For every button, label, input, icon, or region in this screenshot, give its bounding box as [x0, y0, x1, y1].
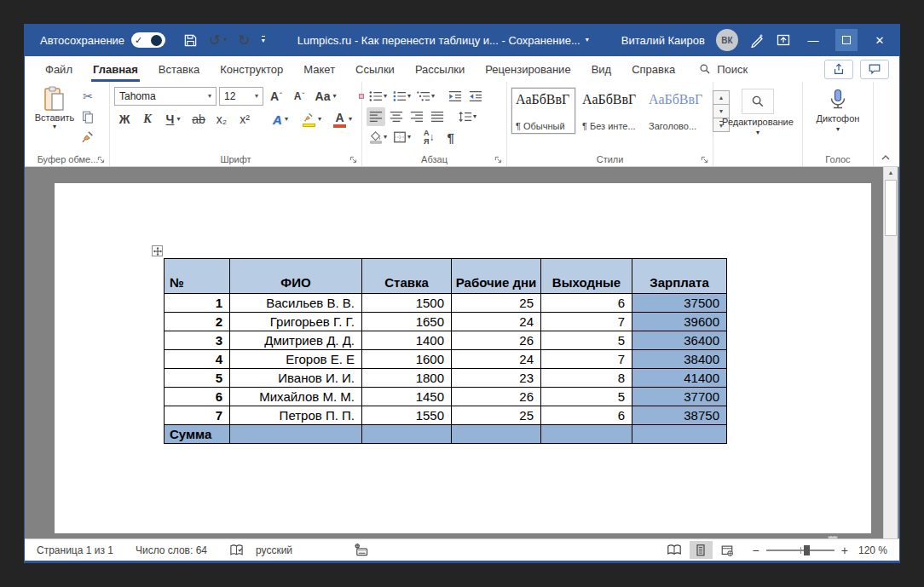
page-indicator[interactable]: Страница 1 из 1 — [37, 544, 113, 556]
table-cell[interactable]: Егоров Е. Е — [230, 350, 362, 369]
table-cell[interactable]: 7 — [541, 350, 632, 369]
grow-font-button[interactable]: Аˆ — [266, 87, 286, 106]
format-painter-button[interactable] — [78, 129, 97, 146]
table-header-cell[interactable]: Выходные — [541, 259, 632, 294]
tab-file[interactable]: Файл — [35, 56, 83, 82]
table-header-cell[interactable]: Ставка — [362, 259, 452, 294]
table-cell[interactable]: 23 — [452, 369, 541, 388]
justify-button[interactable] — [428, 107, 447, 126]
undo-button[interactable]: ↺ ▾ — [209, 33, 227, 48]
table-cell[interactable]: Петров П. П. — [230, 406, 362, 425]
table-cell[interactable]: Григорьев Г. Г. — [230, 313, 362, 331]
table-cell[interactable]: 3 — [165, 331, 230, 350]
table-move-handle[interactable] — [152, 245, 163, 256]
user-name[interactable]: Виталий Каиров — [621, 34, 705, 47]
dialog-launcher-icon[interactable] — [701, 156, 708, 164]
table-cell[interactable]: 37700 — [632, 388, 727, 406]
table-cell[interactable]: 1 — [165, 294, 230, 313]
table-cell[interactable]: 25 — [452, 294, 541, 313]
copy-button[interactable] — [78, 108, 97, 125]
table-cell[interactable] — [230, 425, 362, 444]
customize-toolbar-icon[interactable]: ▾ — [262, 36, 265, 44]
maximize-button[interactable] — [835, 29, 858, 51]
font-size-combo[interactable]: 12 ▾ — [219, 87, 263, 106]
bullets-button[interactable]: ▾ — [367, 87, 389, 106]
dialog-launcher-icon[interactable] — [494, 156, 502, 164]
borders-button[interactable]: ▾ — [390, 128, 413, 147]
tab-review[interactable]: Рецензирование — [475, 56, 580, 82]
document-page[interactable]: №ФИОСтавкаРабочие дниВыходныеЗарплата 1В… — [55, 183, 871, 533]
keyboard-settings-icon[interactable] — [354, 543, 368, 557]
tab-mailings[interactable]: Рассылки — [405, 56, 475, 82]
show-marks-button[interactable]: ¶ — [446, 128, 456, 147]
table-cell[interactable]: 4 — [165, 350, 230, 369]
table-cell[interactable]: 1650 — [362, 313, 452, 331]
align-left-button[interactable] — [367, 107, 385, 126]
font-color-button[interactable]: А ▾ — [329, 110, 356, 129]
autosave-toggle[interactable]: ✓ — [131, 32, 165, 48]
table-cell[interactable]: 25 — [452, 406, 541, 425]
table-header-cell[interactable]: Рабочие дни — [452, 259, 541, 294]
table-cell[interactable]: 1500 — [362, 294, 452, 313]
numbering-button[interactable]: ▾ — [390, 87, 413, 106]
table-cell[interactable]: 24 — [452, 313, 541, 331]
bold-button[interactable]: Ж — [114, 110, 135, 129]
tab-layout[interactable]: Макет — [293, 56, 345, 82]
table-cell[interactable] — [452, 425, 541, 444]
tab-help[interactable]: Справка — [621, 56, 685, 82]
tab-design[interactable]: Конструктор — [210, 56, 293, 82]
table-header-cell[interactable]: Зарплата — [632, 259, 727, 294]
web-layout-button[interactable] — [716, 541, 739, 559]
window-title[interactable]: Lumpics.ru - Как перенести таблицу и... … — [297, 34, 589, 47]
table-cell[interactable] — [541, 425, 632, 444]
minimize-button[interactable]: — — [802, 29, 824, 51]
save-icon[interactable] — [183, 33, 198, 48]
table-header-cell[interactable]: № — [165, 259, 230, 294]
text-effects-button[interactable]: А▾ — [266, 110, 295, 129]
table-cell[interactable] — [632, 425, 727, 444]
table-cell[interactable]: 1800 — [362, 369, 452, 388]
autosave-control[interactable]: Автосохранение ✓ — [40, 32, 165, 48]
table-cell[interactable]: 26 — [452, 388, 541, 406]
language-indicator[interactable]: русский — [256, 544, 292, 556]
table-cell[interactable]: 1450 — [362, 388, 452, 406]
line-spacing-button[interactable]: ▾ — [456, 107, 478, 126]
table-cell[interactable]: 5 — [541, 388, 632, 406]
editing-button[interactable]: Редактирование ▾ — [718, 84, 798, 152]
tab-view[interactable]: Вид — [581, 56, 622, 82]
collapse-ribbon-button[interactable] — [874, 82, 898, 166]
scrollbar-thumb[interactable] — [885, 180, 897, 236]
read-mode-button[interactable] — [663, 541, 686, 559]
sort-button[interactable]: АЯ ↓ — [422, 128, 436, 147]
underline-button[interactable]: Ч▾ — [160, 110, 186, 129]
redo-icon[interactable]: ↻ — [238, 33, 250, 48]
table-cell[interactable]: 26 — [452, 331, 541, 350]
search-box[interactable]: Поиск — [699, 63, 748, 76]
shading-button[interactable]: ▾ — [367, 128, 389, 147]
table-header-cell[interactable]: ФИО — [230, 259, 362, 294]
table-cell[interactable]: 39600 — [632, 313, 727, 331]
align-center-button[interactable] — [387, 107, 406, 126]
table-cell[interactable]: Иванов И. И. — [230, 369, 362, 388]
share-button[interactable] — [824, 60, 853, 79]
proofing-icon[interactable] — [229, 543, 244, 557]
dialog-launcher-icon[interactable] — [97, 156, 105, 164]
table-cell[interactable]: 1550 — [362, 406, 452, 425]
table-cell[interactable]: 7 — [541, 313, 632, 331]
table-cell[interactable]: 38750 — [632, 406, 727, 425]
table-cell[interactable]: 24 — [452, 350, 541, 369]
table-cell[interactable]: Михайлов М. М. — [230, 388, 362, 406]
table-cell[interactable]: 2 — [165, 313, 230, 331]
style-heading1[interactable]: АаБбВвГ Заголово... — [644, 88, 708, 134]
decrease-indent-button[interactable] — [446, 87, 465, 106]
font-name-combo[interactable]: Tahoma ▾ — [114, 87, 217, 106]
table-cell[interactable]: 38400 — [632, 350, 727, 369]
table-cell[interactable]: 6 — [541, 406, 632, 425]
change-case-button[interactable]: Аа▾ — [312, 87, 339, 106]
superscript-button[interactable]: x² — [234, 110, 255, 129]
table-cell[interactable]: 6 — [165, 388, 230, 406]
table-cell[interactable]: 1400 — [362, 331, 452, 350]
multilevel-list-button[interactable]: ▾ — [414, 87, 436, 106]
italic-button[interactable]: К — [137, 110, 158, 129]
scroll-up-icon[interactable]: ▲ — [884, 170, 898, 176]
